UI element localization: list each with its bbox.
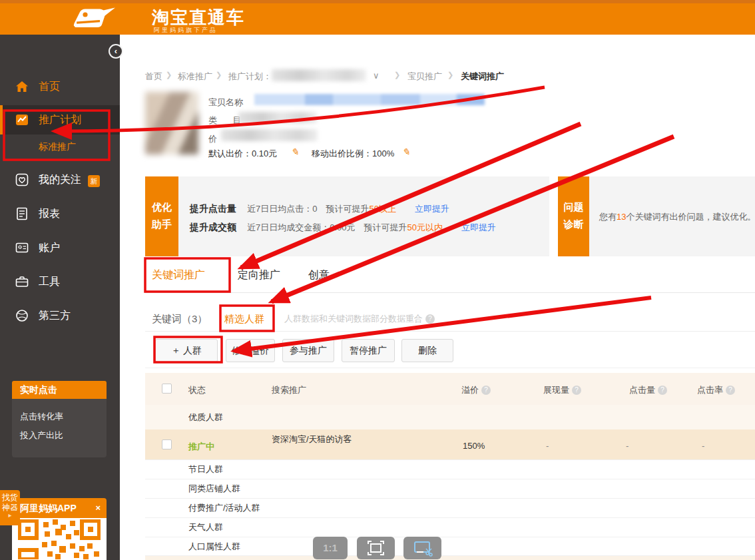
breadcrumb-campaign-label: 推广计划： [228,71,272,83]
app-subtitle: 阿里妈妈旗下产品 [154,26,218,35]
fullscreen-icon [357,537,395,559]
subtab-keywords[interactable]: 关键词（3） [152,313,207,326]
breadcrumb-item-promotion[interactable]: 宝贝推广 [407,71,442,83]
breadcrumb-home[interactable]: 首页 [145,71,162,83]
sidebar: 首页 推广计划 标准推广 我的关注 新 报表 账户 工具 第三方 [0,35,120,560]
help-icon[interactable]: ? [481,386,491,395]
qr-code [18,519,101,559]
id-card-icon [15,240,29,255]
sidebar-item-favorites[interactable]: 我的关注 [0,165,120,194]
column-clicks: 点击量? [629,384,667,396]
sidebar-item-tools[interactable]: 工具 [0,267,120,296]
help-icon[interactable]: ? [425,314,435,324]
help-icon[interactable]: ? [726,386,735,395]
breadcrumb-standard-promotion[interactable]: 标准推广 [178,71,212,83]
breadcrumb-separator: ❯ [394,71,400,79]
add-audience-button[interactable]: ＋ 人群 [155,339,218,362]
viewer-actual-size-button[interactable]: 1:1 [313,537,348,559]
new-badge: 新 [88,175,100,187]
boost-now-link[interactable]: 立即提升 [415,204,449,214]
sidebar-item-label: 首页 [39,80,60,94]
clicks-value: - [626,441,629,451]
tabs-divider [145,292,755,293]
viewer-fit-screen-button[interactable] [357,537,395,559]
impressions-value: - [546,441,549,451]
product-name-label: 宝贝名称 [208,97,243,109]
column-ctr: 点击率? [697,384,735,396]
redacted-price [221,129,318,141]
goods-finder-tab[interactable]: 找货 神器 ▸ [0,490,20,525]
tab-keyword-promotion[interactable]: 关键词推广 [152,268,205,282]
optimize-assistant-panel: 提升点击量近7日日均点击：0 预计可提升50以上立即提升 提升成交额近7日日均成… [178,176,549,256]
table-row-active-audience[interactable]: 推广中 资深淘宝/天猫的访客 150% - - - [145,429,755,459]
boost-now-link[interactable]: 立即提升 [461,222,496,232]
product-price-label: 价 [208,133,217,145]
redacted-campaign-name [272,69,366,81]
redacted-product-name [254,94,485,105]
sidebar-item-account[interactable]: 账户 [0,233,120,262]
sidebar-item-label: 报表 [39,207,60,221]
delete-button[interactable]: 删除 [401,339,453,362]
header-top-strip [0,0,755,3]
diagnosis-message: 您有13个关键词有出价问题，建议优化。立即优化 [599,211,755,223]
modify-premium-button[interactable]: 修改溢价 [226,339,275,362]
audience-name: 资深淘宝/天猫的访客 [272,433,352,445]
group-row-weather-audience[interactable]: 天气人群 [145,517,755,537]
sidebar-item-reports[interactable]: 报表 [0,199,120,228]
briefcase-icon [15,274,29,289]
subtab-selected-audience[interactable]: 精选人群 [224,313,264,326]
sidebar-item-click-conversion[interactable]: 点击转化率 [20,411,63,423]
heart-icon [15,172,29,187]
group-row-holiday-audience[interactable]: 节日人群 [145,459,755,479]
mobile-bid-ratio: 移动出价比例：100% [312,148,394,160]
column-premium: 溢价? [461,384,491,396]
breadcrumb-separator: ❯ [216,71,222,79]
optimize-row-clicks: 提升点击量近7日日均点击：0 预计可提升50以上立即提升 [190,203,449,215]
group-row-paid-activity-audience[interactable]: 付费推广/活动人群 [145,498,755,517]
status-badge: 推广中 [188,441,214,453]
collapse-sidebar-button[interactable]: ‹ [109,44,123,59]
sidebar-item-third-party[interactable]: 第三方 [0,301,120,330]
product-image-redacted [145,92,198,154]
campaign-chart-icon [15,113,29,127]
group-row-similar-shop-audience[interactable]: 同类店铺人群 [145,479,755,498]
sidebar-item-campaigns[interactable]: 推广计划 [0,105,120,135]
ctr-value: - [702,441,704,451]
tab-creative[interactable]: 创意 [308,268,330,282]
chevron-right-icon: ▸ [0,513,20,518]
toolbar-divider [145,368,755,368]
premium-value: 150% [463,441,485,451]
viewer-screenshot-button[interactable] [403,537,441,559]
help-icon[interactable]: ? [658,386,667,395]
realtime-panel-title: 实时点击 [12,381,107,399]
sidebar-item-label: 账户 [39,241,60,255]
close-icon[interactable]: × [95,498,101,518]
app-header: 淘宝直通车 阿里妈妈旗下产品 [0,0,755,35]
row-checkbox[interactable] [162,439,172,449]
resume-promotion-button[interactable]: 参与推广 [282,339,334,362]
breadcrumb-separator: ❯ [166,71,172,79]
sidebar-item-standard-promotion[interactable]: 标准推广 [39,141,76,153]
chevron-left-icon: ‹ [115,46,117,56]
table-header: 状态 搜索推广 溢价? 展现量? 点击量? 点击率? [145,373,755,405]
home-icon [15,79,29,94]
sidebar-item-home[interactable]: 首页 [0,72,120,101]
next-section-strip [145,556,755,560]
chevron-down-icon[interactable]: ∨ [373,71,379,81]
select-all-checkbox[interactable] [162,384,172,394]
diagnosis-panel: 您有13个关键词有出价问题，建议优化。立即优化 [589,176,755,256]
screenshot-scissors-icon [403,537,441,559]
edit-ratio-icon[interactable]: ✎ [402,146,410,157]
pause-promotion-button[interactable]: 暂停推广 [342,339,395,362]
breadcrumb-separator: ❯ [447,71,453,79]
report-icon [15,206,29,221]
group-row-premium-audience: 优质人群 [145,405,755,429]
app-qr-panel-title: 阿里妈妈APP [20,503,77,513]
help-icon[interactable]: ? [572,386,581,395]
group-row-demographic-audience[interactable]: 人口属性人群 [145,537,755,556]
edit-bid-icon[interactable]: ✎ [291,146,299,157]
sidebar-item-roi[interactable]: 投入产出比 [20,429,63,441]
sidebar-item-label: 推广计划 [39,113,81,127]
audience-data-note: 人群数据和关键词数据部分数据重合? [284,313,435,325]
tab-targeted-promotion[interactable]: 定向推广 [238,268,280,282]
